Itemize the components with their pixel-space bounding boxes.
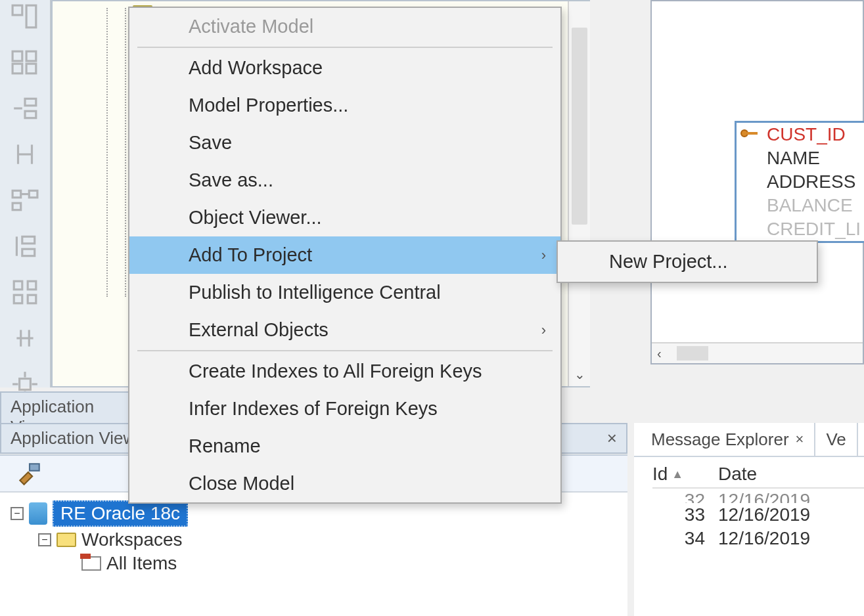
settings-tool-icon[interactable] [16, 460, 43, 487]
menu-save-as[interactable]: Save as... [129, 162, 560, 199]
menu-add-to-project[interactable]: Add To Project › [129, 236, 560, 274]
tool-icon-3[interactable] [11, 95, 39, 122]
svg-rect-3 [26, 51, 36, 61]
add-to-project-submenu: New Project... [557, 240, 818, 283]
tool-icon-7[interactable] [11, 278, 39, 306]
diagram-panel: CUST_ID NAME ADDRESS BALANCE CREDIT_LI ‹ [650, 0, 864, 364]
message-row[interactable]: 34 12/16/2019 [652, 527, 864, 550]
svg-rect-13 [29, 190, 37, 198]
header-label: Id [652, 464, 668, 485]
app-view-tree: − RE Oracle 18c − Workspaces All Items [0, 493, 627, 582]
menu-publish[interactable]: Publish to Intelligence Central [129, 274, 560, 311]
svg-rect-1 [26, 5, 36, 28]
submenu-arrow-icon: › [541, 322, 546, 339]
svg-rect-0 [12, 5, 22, 15]
submenu-arrow-icon: › [541, 247, 546, 264]
svg-rect-17 [22, 236, 35, 244]
menu-create-indexes[interactable]: Create Indexes to All Foreign Keys [129, 353, 560, 390]
tree-node-workspaces[interactable]: − Workspaces [5, 528, 622, 552]
tool-icon-2[interactable] [11, 49, 39, 76]
message-table-header: Id ▲ Date [652, 461, 864, 489]
column-header-date[interactable]: Date [718, 464, 864, 485]
entity-col-label: CUST_ID [767, 124, 846, 144]
message-table: Id ▲ Date 32 12/16/2019 33 12/16/2019 34… [634, 457, 864, 550]
entity-table[interactable]: CUST_ID NAME ADDRESS BALANCE CREDIT_LI [735, 121, 864, 243]
svg-rect-12 [12, 190, 21, 198]
entity-column-pk: CUST_ID [737, 123, 864, 146]
tree-node-label: Workspaces [81, 529, 183, 550]
diagram-horizontal-scrollbar[interactable]: ‹ [652, 342, 863, 363]
scrollbar-thumb[interactable] [677, 346, 708, 361]
close-icon[interactable]: × [796, 431, 804, 448]
menu-add-workspace[interactable]: Add Workspace [129, 49, 560, 87]
tree-node-all-items[interactable]: All Items [5, 552, 622, 575]
message-row[interactable]: 32 12/16/2019 [652, 489, 864, 503]
menu-close-model[interactable]: Close Model [129, 465, 560, 502]
close-icon[interactable]: × [607, 428, 617, 449]
svg-rect-22 [28, 295, 36, 303]
primary-key-icon [740, 128, 759, 139]
tool-icon-6[interactable] [11, 232, 39, 260]
tool-icon-1[interactable] [11, 3, 39, 30]
folder-icon [57, 533, 76, 547]
svg-point-31 [741, 130, 748, 137]
tab-message-explorer[interactable]: Message Explorer × [641, 423, 815, 456]
menu-separator [137, 47, 553, 48]
entity-column: BALANCE [737, 194, 864, 217]
submenu-new-project[interactable]: New Project... [558, 242, 817, 282]
svg-rect-26 [20, 379, 31, 390]
scroll-left-icon[interactable]: ‹ [657, 346, 662, 361]
menu-infer-indexes[interactable]: Infer Indexes of Foreign Keys [129, 390, 560, 428]
menu-external-objects-label: External Objects [189, 319, 329, 340]
cell-date: 12/16/2019 [718, 490, 864, 502]
tool-icon-4[interactable] [11, 141, 39, 168]
menu-add-to-project-label: Add To Project [189, 244, 312, 265]
scroll-down-icon[interactable]: ⌄ [574, 366, 585, 382]
svg-rect-7 [25, 99, 36, 106]
tree-collapse-icon[interactable]: − [38, 533, 51, 546]
diagram-tool-toolbar [0, 0, 51, 387]
menu-separator [137, 350, 553, 351]
column-header-id[interactable]: Id ▲ [652, 464, 718, 485]
menu-rename[interactable]: Rename [129, 428, 560, 465]
menu-object-viewer[interactable]: Object Viewer... [129, 199, 560, 236]
message-explorer-tabs: Message Explorer × Ve [634, 423, 864, 457]
tree-node-label-selected: RE Oracle 18c [53, 500, 188, 527]
model-context-menu: Activate Model Add Workspace Model Prope… [128, 7, 562, 504]
entity-column: ADDRESS [737, 170, 864, 194]
tool-icon-8[interactable] [11, 324, 39, 352]
entity-column: NAME [737, 146, 864, 170]
sort-asc-icon: ▲ [671, 468, 683, 481]
svg-rect-5 [26, 64, 36, 74]
menu-activate-model: Activate Model [129, 8, 560, 45]
svg-rect-4 [12, 64, 22, 74]
svg-rect-8 [25, 111, 36, 118]
menu-save[interactable]: Save [129, 124, 560, 162]
svg-rect-21 [14, 295, 22, 303]
menu-external-objects[interactable]: External Objects › [129, 311, 560, 349]
svg-rect-19 [14, 281, 22, 290]
svg-rect-18 [22, 249, 35, 256]
message-row[interactable]: 33 12/16/2019 [652, 503, 864, 527]
message-explorer-panel: Message Explorer × Ve Id ▲ Date 32 12/16… [634, 423, 864, 616]
database-icon [29, 502, 47, 525]
cell-id: 32 [652, 490, 718, 502]
cell-id: 34 [652, 528, 718, 549]
svg-rect-2 [12, 51, 22, 61]
menu-model-properties[interactable]: Model Properties... [129, 87, 560, 124]
tree-collapse-icon[interactable]: − [11, 507, 24, 520]
cell-date: 12/16/2019 [718, 504, 864, 525]
tab-label: Message Explorer [651, 429, 789, 450]
tab-verification[interactable]: Ve [815, 423, 857, 456]
cell-id: 33 [652, 504, 718, 525]
svg-rect-32 [747, 132, 758, 135]
scrollbar-thumb[interactable] [572, 28, 587, 225]
tool-icon-5[interactable] [11, 187, 39, 214]
svg-rect-33 [30, 464, 39, 471]
folder-open-icon [81, 556, 101, 571]
tree-node-label: All Items [106, 553, 177, 574]
svg-rect-15 [12, 203, 21, 210]
cell-date: 12/16/2019 [718, 528, 864, 549]
entity-column: CREDIT_LI [737, 217, 864, 241]
tree-vertical-scrollbar[interactable]: ⌄ [568, 1, 590, 386]
